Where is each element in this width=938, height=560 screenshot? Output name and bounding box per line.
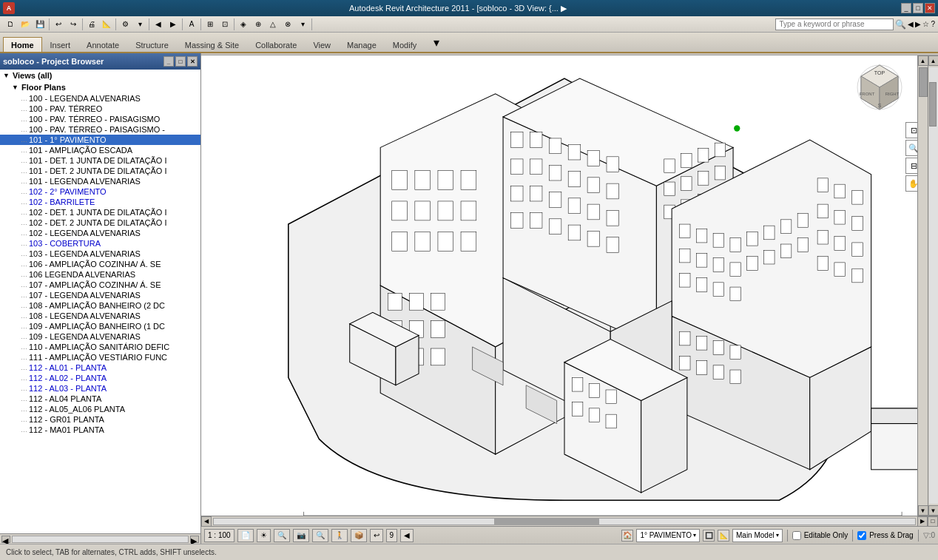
hscroll-right[interactable]: ▶ (917, 516, 928, 527)
tool4[interactable]: ⊕ (251, 18, 266, 31)
search-input[interactable] (775, 18, 894, 30)
pb-close[interactable]: ✕ (187, 56, 198, 67)
pb-item-22[interactable]: … 109 - AMPLIAÇÃO BANHEIRO (1 DC (0, 321, 200, 331)
vscroll-down[interactable]: ▼ (928, 505, 939, 516)
measure-button[interactable]: 📐 (99, 18, 114, 31)
hscroll-track[interactable] (213, 518, 916, 525)
pb-item-31[interactable]: … 112 - GR01 PLANTA (0, 414, 200, 425)
back-search-icon[interactable]: ◀ (908, 20, 914, 28)
vscroll-track[interactable] (929, 67, 938, 504)
sun-button[interactable]: ☀ (257, 529, 271, 542)
undo-button[interactable]: ↩ (51, 18, 66, 31)
arrow-button[interactable]: ◀ (400, 529, 414, 542)
minimize-button[interactable]: _ (901, 3, 911, 13)
pb-item-20[interactable]: … 108 - AMPLIAÇÃO BANHEIRO (2 DC (0, 300, 200, 311)
canvas-main[interactable]: TOP FRONT RIGHT S ⊡ 🔍 ⊟ ✋ (201, 55, 928, 516)
pb-item-14[interactable]: … 103 - COBERTURA (0, 238, 200, 249)
3d-view-button[interactable]: 🔍 (312, 529, 328, 542)
pb-item-11[interactable]: … 102 - DET. 1 JUNTA DE DILATAÇÃO I (0, 207, 200, 217)
pb-item-16[interactable]: … 106 - AMPLIAÇÃO COZINHA/ Á. SE (0, 259, 200, 269)
forward-button[interactable]: ▶ (166, 18, 180, 31)
open-button[interactable]: 📂 (18, 18, 33, 31)
tab-structure[interactable]: Structure (127, 37, 177, 52)
tool1[interactable]: ⊞ (203, 18, 217, 31)
pb-item-1[interactable]: … 100 - PAV. TÉRREO (0, 104, 200, 114)
hscroll-left[interactable]: ◀ (201, 516, 212, 527)
scroll-up-arrow[interactable]: ▲ (918, 55, 928, 66)
pb-item-19[interactable]: … 107 - LEGENDA ALVENARIAS (0, 290, 200, 300)
ribbon-dropdown[interactable]: ▾ (431, 36, 442, 50)
scroll-thumb[interactable] (919, 67, 928, 97)
redo-button[interactable]: ↪ (66, 18, 81, 31)
pb-item-17[interactable]: … 106 LEGENDA ALVENARIAS (0, 269, 200, 280)
fwd-search-icon[interactable]: ▶ (915, 20, 921, 28)
pb-minimize[interactable]: _ (163, 56, 174, 67)
star-icon[interactable]: ☆ (922, 20, 929, 28)
pb-item-32[interactable]: … 112 - MA01 PLANTA (0, 425, 200, 435)
pb-item-2[interactable]: … 100 - PAV. TÉRREO - PAISAGISMO (0, 114, 200, 124)
annotate-button[interactable]: A (184, 18, 199, 31)
tab-view[interactable]: View (305, 37, 339, 52)
pb-item-9[interactable]: … 102 - 2° PAVIMENTO (0, 186, 200, 197)
close-button[interactable]: ✕ (925, 3, 935, 13)
tab-modify[interactable]: Modify (385, 37, 425, 52)
pb-item-23[interactable]: … 109 - LEGENDA ALVENARIAS (0, 331, 200, 342)
pb-hscroll-left[interactable]: ◀ (1, 536, 10, 543)
tool3[interactable]: ◈ (236, 18, 251, 31)
undo-hint-button[interactable]: ↩ (370, 529, 383, 542)
settings-button[interactable]: ⚙ (118, 18, 132, 31)
pb-item-3[interactable]: … 100 - PAV. TÉRREO - PAISAGISMO - (0, 124, 200, 135)
press-drag-checkbox[interactable] (857, 531, 866, 540)
pb-restore[interactable]: □ (175, 56, 186, 67)
pb-item-7[interactable]: … 101 - DET. 2 JUNTA DE DILATAÇÃO I (0, 166, 200, 176)
editable-only-checkbox[interactable] (792, 531, 801, 540)
pb-item-18[interactable]: … 107 - AMPLIAÇÃO COZINHA/ Á. SE (0, 280, 200, 290)
tab-manage[interactable]: Manage (339, 37, 385, 52)
save-button[interactable]: 💾 (33, 18, 47, 31)
pb-item-4[interactable]: … 101 - 1° PAVIMENTO (0, 135, 200, 145)
tab-insert[interactable]: Insert (42, 37, 79, 52)
tab-annotate[interactable]: Annotate (78, 37, 127, 52)
model-dropdown[interactable]: Main Model ▾ (732, 529, 783, 542)
pb-hscroll-track[interactable] (12, 536, 189, 543)
render-button[interactable]: 🔍 (274, 529, 290, 542)
pb-item-21[interactable]: … 108 - LEGENDA ALVENARIAS (0, 311, 200, 321)
pb-item-10[interactable]: … 102 - BARRILETE (0, 197, 200, 207)
pb-item-8[interactable]: … 101 - LEGENDA ALVENARIAS (0, 176, 200, 186)
tab-massing-site[interactable]: Massing & Site (177, 37, 247, 52)
restore-button[interactable]: □ (913, 3, 923, 13)
pb-item-6[interactable]: … 101 - DET. 1 JUNTA DE DILATAÇÃO I (0, 155, 200, 166)
pb-hscroll-right[interactable]: ▶ (190, 536, 199, 543)
walthrough-button[interactable]: 🚶 (331, 529, 348, 542)
pb-item-24[interactable]: … 110 - AMPLIAÇÃO SANITÁRIO DEFIC (0, 342, 200, 352)
camera-button[interactable]: 📷 (293, 529, 309, 542)
search-icon[interactable]: 🔍 (895, 19, 906, 30)
page-indicator[interactable]: □ (928, 516, 938, 527)
pb-item-30[interactable]: … 112 - AL05_AL06 PLANTA (0, 404, 200, 414)
pb-item-29[interactable]: … 112 - AL04 PLANTA (0, 394, 200, 404)
tool2[interactable]: ⊡ (217, 18, 232, 31)
pb-item-5[interactable]: … 101 - AMPLIAÇÃO ESCADA (0, 145, 200, 155)
pb-item-12[interactable]: … 102 - DET. 2 JUNTA DE DILATAÇÃO I (0, 217, 200, 228)
tool-dropdown[interactable]: ▾ (295, 18, 310, 31)
print-view-button[interactable]: 📄 (237, 529, 254, 542)
view-cube[interactable]: TOP FRONT RIGHT S (854, 61, 905, 113)
floor-dropdown[interactable]: 1° PAVIMENTO ▾ (636, 529, 700, 542)
model-browser-button[interactable]: 📦 (351, 529, 367, 542)
pb-scroll-area[interactable]: ▼ Views (all) ▼ Floor Plans … 100 - LEGE… (0, 70, 200, 533)
pb-item-27[interactable]: … 112 - AL02 - PLANTA (0, 373, 200, 383)
print-button[interactable]: 🖨 (84, 18, 99, 31)
tool5[interactable]: △ (266, 18, 280, 31)
help-icon[interactable]: ? (931, 20, 935, 28)
scroll-down-arrow[interactable]: ▼ (918, 505, 928, 516)
pb-item-0[interactable]: … 100 - LEGENDA ALVENARIAS (0, 93, 200, 104)
hscroll-thumb[interactable] (494, 519, 599, 524)
vscroll-up[interactable]: ▲ (928, 55, 939, 66)
tool6[interactable]: ⊗ (280, 18, 295, 31)
tab-collaborate[interactable]: Collaborate (247, 37, 305, 52)
pb-item-13[interactable]: … 102 - LEGENDA ALVENARIAS (0, 228, 200, 238)
pb-item-26[interactable]: … 112 - AL01 - PLANTA (0, 362, 200, 373)
pb-floorplans-section[interactable]: ▼ Floor Plans (0, 81, 200, 93)
pb-views-section[interactable]: ▼ Views (all) (0, 70, 200, 81)
vscroll-thumb[interactable] (929, 82, 937, 126)
